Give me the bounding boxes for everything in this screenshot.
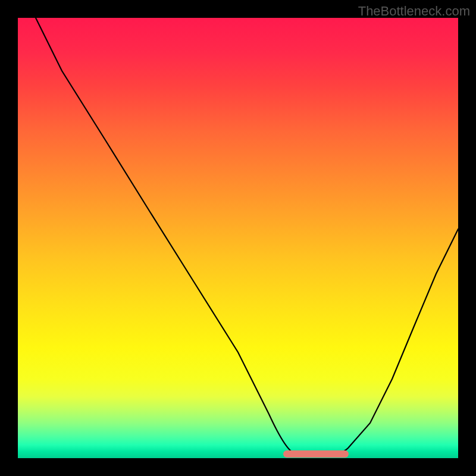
watermark-text: TheBottleneck.com bbox=[358, 4, 470, 19]
chart-plot-area bbox=[18, 18, 458, 458]
highlight-band bbox=[283, 450, 349, 458]
chart-curve-svg bbox=[18, 18, 458, 458]
chart-curve-path bbox=[36, 18, 458, 457]
